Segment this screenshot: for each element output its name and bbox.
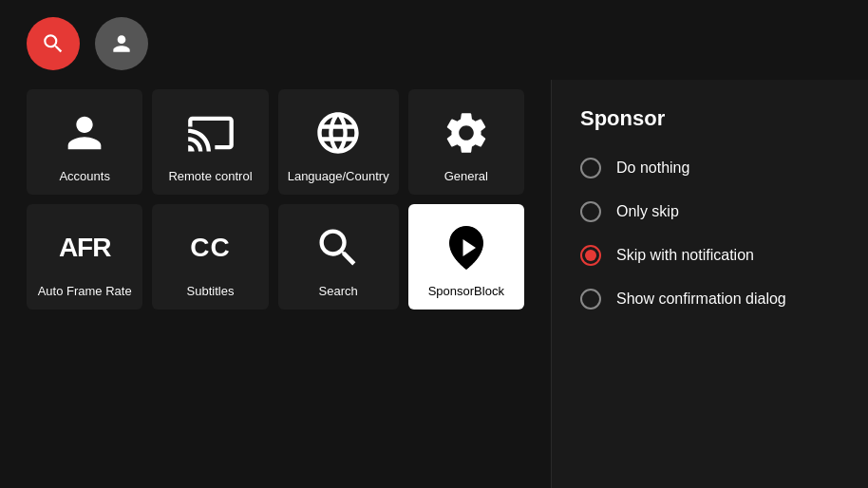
radio-only-skip: [580, 201, 601, 222]
afr-label: Auto Frame Rate: [38, 284, 132, 298]
accounts-label: Accounts: [59, 169, 109, 183]
language-label: Language/Country: [288, 169, 389, 183]
globe-icon: [311, 106, 365, 160]
grid-item-search[interactable]: Search: [278, 204, 399, 310]
search-button[interactable]: [27, 17, 80, 70]
account-button[interactable]: [95, 17, 148, 70]
option-show-confirmation[interactable]: Show confirmation dialog: [580, 289, 840, 310]
option-only-skip[interactable]: Only skip: [580, 201, 840, 222]
label-do-nothing: Do nothing: [616, 160, 689, 177]
option-skip-with-notification[interactable]: Skip with notification: [580, 245, 840, 266]
grid-item-accounts[interactable]: Accounts: [27, 89, 142, 195]
label-only-skip: Only skip: [616, 203, 679, 220]
grid-item-remote-control[interactable]: Remote control: [152, 89, 268, 195]
accounts-icon: [58, 106, 111, 160]
general-label: General: [444, 169, 488, 183]
settings-icon: [440, 106, 493, 160]
sponsorblock-label: SponsorBlock: [428, 284, 504, 298]
grid-item-sponsorblock[interactable]: SponsorBlock: [408, 204, 524, 310]
grid-area: Accounts Remote control Language/Country: [0, 80, 551, 488]
search-grid-icon: [311, 221, 365, 274]
label-skip-with-notification: Skip with notification: [616, 247, 754, 264]
search-label: Search: [319, 284, 358, 298]
label-show-confirmation: Show confirmation dialog: [616, 291, 786, 308]
cc-icon: CC: [184, 221, 237, 274]
grid-item-general[interactable]: General: [408, 89, 524, 195]
sponsorblock-icon: [440, 221, 493, 274]
afr-icon: AFR: [58, 221, 111, 274]
grid-item-language[interactable]: Language/Country: [278, 89, 399, 195]
radio-skip-with-notification: [580, 245, 601, 266]
main-content: Accounts Remote control Language/Country: [0, 80, 868, 488]
radio-do-nothing: [580, 158, 601, 178]
cast-icon: [184, 106, 237, 160]
grid-item-afr[interactable]: AFR Auto Frame Rate: [27, 204, 142, 310]
top-bar: [0, 0, 868, 80]
subtitles-label: Subtitles: [187, 284, 235, 298]
settings-grid: Accounts Remote control Language/Country: [27, 89, 524, 310]
radio-show-confirmation: [580, 289, 601, 310]
sidebar: Sponsor Do nothing Only skip Skip with n…: [551, 80, 868, 488]
grid-item-subtitles[interactable]: CC Subtitles: [152, 204, 268, 310]
remote-control-label: Remote control: [168, 169, 252, 183]
sidebar-title: Sponsor: [580, 106, 840, 131]
option-do-nothing[interactable]: Do nothing: [580, 158, 840, 178]
